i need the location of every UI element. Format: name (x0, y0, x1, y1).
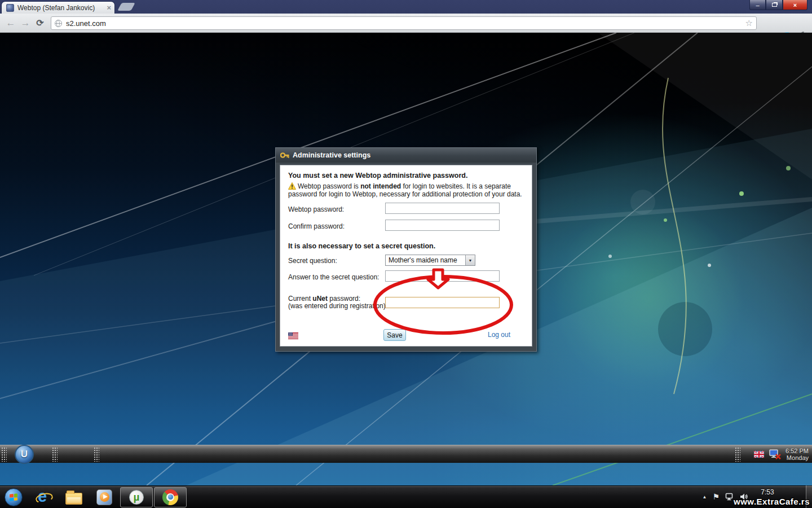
dialog-body: You must set a new Webtop administrative… (280, 165, 532, 347)
answer-input[interactable] (385, 270, 500, 282)
tab-favicon-icon (6, 4, 14, 12)
action-center-flag-icon[interactable]: ⚑ (712, 492, 720, 501)
network-disconnected-icon[interactable] (769, 449, 781, 459)
confirm-password-input[interactable] (385, 220, 500, 231)
browser-tab[interactable]: Webtop (Stefan Jankovic) × (1, 1, 115, 14)
current-label-post: password: (328, 295, 360, 303)
current-label-pre: Current (288, 295, 312, 303)
secret-question-select[interactable]: Mother's maiden name ▼ (385, 255, 475, 266)
secret-heading: It is also necessary to set a secret que… (288, 242, 435, 250)
taskbar-item-utorrent[interactable]: µ (120, 487, 153, 507)
new-tab-button[interactable] (117, 3, 135, 11)
chrome-icon (162, 489, 178, 505)
dock-grip-handle[interactable] (1, 447, 7, 462)
folder-icon (65, 493, 82, 505)
webtop-password-input[interactable] (385, 203, 500, 214)
dialog-heading: You must set a new Webtop administrative… (288, 172, 467, 179)
warning-text: Webtop password is not intended for logi… (288, 182, 529, 198)
webtop-password-label: Webtop password: (288, 205, 344, 213)
maximize-button[interactable] (766, 0, 783, 10)
us-flag-icon[interactable] (288, 332, 298, 339)
dock-status-area: 6:52 PM Monday (734, 445, 809, 463)
back-button[interactable]: ← (3, 17, 18, 29)
start-button[interactable] (5, 488, 23, 506)
bookmark-star-icon[interactable]: ☆ (745, 18, 753, 28)
current-label-bold: uNet (312, 295, 328, 303)
warning-icon (288, 182, 296, 190)
tab-close-icon[interactable]: × (107, 4, 111, 11)
current-password-note: (was entered during registration) (288, 302, 386, 310)
tray-network-icon[interactable] (725, 493, 734, 501)
media-player-icon (96, 489, 112, 505)
url-text[interactable]: s2.unet.com (66, 19, 745, 28)
taskbar-clock[interactable]: 7:53 (754, 488, 780, 496)
webtop-clock[interactable]: 6:52 PM Monday (785, 448, 809, 461)
secret-question-label: Secret question: (288, 257, 337, 265)
browser-titlebar: Webtop (Stefan Jankovic) × – × (0, 0, 812, 14)
taskbar-item-chrome[interactable] (154, 487, 187, 507)
dock-grip-handle[interactable] (735, 447, 740, 462)
logout-link[interactable]: Log out (488, 331, 510, 339)
chevron-down-icon[interactable]: ▼ (465, 255, 475, 265)
internet-explorer-icon: e (35, 489, 52, 506)
save-button[interactable]: Save (383, 329, 406, 341)
secret-question-value: Mother's maiden name (386, 256, 465, 264)
admin-settings-dialog: Administrative settings You must set a n… (275, 147, 537, 352)
minimize-button[interactable]: – (749, 0, 766, 10)
dialog-titlebar[interactable]: Administrative settings (276, 148, 536, 163)
confirm-password-label: Confirm password: (288, 222, 345, 230)
webtop-launcher-icon[interactable]: U (15, 445, 34, 464)
reload-button[interactable]: ⟳ (33, 17, 47, 28)
address-bar[interactable]: s2.unet.com ☆ (51, 16, 757, 30)
warning-bold: not intended (360, 182, 401, 190)
webtop-clock-time: 6:52 PM (785, 448, 809, 454)
tab-title: Webtop (Stefan Jankovic) (17, 4, 104, 12)
watermark-text: www.ExtraCafe.rs (734, 497, 810, 506)
webtop-clock-day: Monday (785, 454, 809, 461)
close-window-button[interactable]: × (783, 0, 807, 10)
globe-icon (55, 20, 62, 27)
dock-grip-handle[interactable] (52, 447, 58, 462)
answer-label: Answer to the secret question: (288, 273, 379, 281)
webtop-page: Administrative settings You must set a n… (0, 33, 812, 485)
uk-flag-icon[interactable] (754, 451, 764, 458)
windows-taskbar: e µ ▲ ⚑ 7:53 www. (0, 485, 812, 508)
maximize-icon (772, 3, 777, 7)
browser-toolbar: ← → ⟳ s2.unet.com ☆ S (0, 14, 812, 33)
taskbar-item-media-player[interactable] (89, 487, 120, 507)
dialog-title: Administrative settings (293, 151, 370, 159)
taskbar-item-internet-explorer[interactable]: e (28, 487, 59, 507)
webtop-dock: U 6:52 PM (0, 445, 812, 463)
dock-grip-handle[interactable] (94, 447, 99, 462)
warning-pre: Webtop password is (298, 182, 360, 190)
taskbar-item-explorer[interactable] (59, 487, 89, 507)
windows-flag-icon (10, 493, 17, 501)
current-unet-password-input[interactable] (385, 297, 500, 308)
screen: Webtop (Stefan Jankovic) × – × ← → ⟳ s2.… (0, 0, 812, 508)
forward-button[interactable]: → (18, 17, 33, 29)
tray-expand-icon[interactable]: ▲ (703, 494, 707, 500)
key-icon (280, 151, 289, 159)
current-password-label: Current uNet password: (288, 295, 360, 303)
window-controls: – × (749, 0, 807, 10)
utorrent-icon: µ (129, 490, 144, 505)
